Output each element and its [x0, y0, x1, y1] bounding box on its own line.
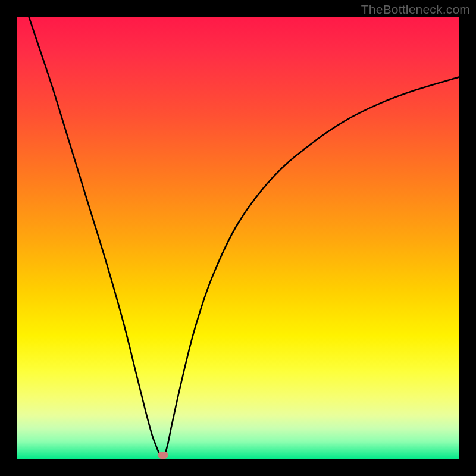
chart-plot-area: [17, 17, 459, 459]
watermark-text: TheBottleneck.com: [361, 2, 470, 17]
bottleneck-curve: [17, 17, 459, 459]
minimum-marker: [158, 452, 168, 459]
